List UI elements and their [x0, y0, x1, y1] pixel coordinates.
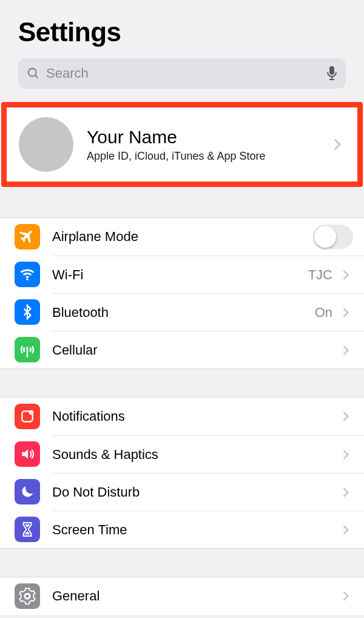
notifications-icon: [15, 404, 40, 429]
airplane-mode-row[interactable]: Airplane Mode: [0, 218, 364, 256]
chevron-right-icon: [339, 410, 353, 423]
svg-point-0: [29, 69, 36, 76]
chevron-right-icon: [339, 344, 353, 356]
notifications-row[interactable]: Notifications: [0, 398, 364, 435]
section-gap: [0, 369, 364, 397]
gear-icon: [15, 583, 40, 609]
wifi-icon: [15, 262, 40, 287]
airplane-icon: [15, 224, 40, 250]
cellular-label: Cellular: [52, 342, 339, 358]
sounds-row[interactable]: Sounds & Haptics: [0, 435, 364, 473]
search-icon: [27, 67, 40, 80]
bluetooth-row[interactable]: Bluetooth On: [0, 293, 364, 331]
wifi-value: TJC: [308, 267, 332, 283]
svg-line-1: [35, 75, 38, 78]
search-input[interactable]: Search: [18, 58, 346, 89]
avatar: [19, 117, 73, 172]
profile-name: Your Name: [87, 127, 329, 148]
profile-text: Your Name Apple ID, iCloud, iTunes & App…: [73, 127, 329, 163]
search-container: Search: [0, 53, 364, 102]
hourglass-icon: [15, 517, 40, 542]
notifications-label: Notifications: [52, 409, 339, 424]
preferences-group: Notifications Sounds & Haptics Do Not Di…: [0, 397, 364, 549]
chevron-right-icon: [329, 138, 345, 151]
section-gap: [0, 187, 364, 217]
sounds-icon: [15, 441, 40, 467]
dictate-icon[interactable]: [326, 66, 337, 81]
screen-time-label: Screen Time: [52, 522, 339, 538]
svg-point-8: [29, 410, 34, 415]
bluetooth-icon: [15, 299, 40, 325]
moon-icon: [15, 479, 40, 504]
wifi-row[interactable]: Wi-Fi TJC: [0, 256, 364, 293]
airplane-toggle[interactable]: [313, 225, 353, 249]
cellular-row[interactable]: Cellular: [0, 331, 364, 368]
wifi-label: Wi-Fi: [52, 267, 308, 283]
screen-time-row[interactable]: Screen Time: [0, 511, 364, 548]
section-gap: [0, 549, 364, 577]
chevron-right-icon: [339, 269, 353, 281]
profile-subtitle: Apple ID, iCloud, iTunes & App Store: [87, 150, 329, 163]
cellular-icon: [15, 337, 40, 362]
chevron-right-icon: [339, 590, 353, 602]
chevron-right-icon: [339, 524, 353, 536]
apple-id-row[interactable]: Your Name Apple ID, iCloud, iTunes & App…: [7, 107, 357, 182]
general-row[interactable]: General: [0, 577, 364, 615]
bluetooth-value: On: [315, 305, 332, 321]
general-label: General: [52, 588, 339, 604]
connectivity-group: Airplane Mode Wi-Fi TJC Bluetooth On Cel…: [0, 217, 364, 369]
bluetooth-label: Bluetooth: [52, 305, 315, 321]
chevron-right-icon: [339, 449, 353, 461]
svg-point-5: [26, 279, 28, 280]
search-placeholder: Search: [40, 66, 326, 81]
dnd-row[interactable]: Do Not Disturb: [0, 473, 364, 511]
airplane-label: Airplane Mode: [52, 229, 313, 245]
svg-point-9: [25, 594, 30, 599]
system-group: General: [0, 577, 364, 615]
page-header: Settings: [0, 0, 364, 53]
page-title: Settings: [18, 17, 346, 47]
apple-id-highlight: Your Name Apple ID, iCloud, iTunes & App…: [1, 102, 363, 187]
chevron-right-icon: [339, 486, 353, 498]
sounds-label: Sounds & Haptics: [52, 447, 339, 463]
chevron-right-icon: [339, 307, 353, 319]
dnd-label: Do Not Disturb: [52, 484, 339, 500]
svg-rect-2: [329, 66, 334, 75]
